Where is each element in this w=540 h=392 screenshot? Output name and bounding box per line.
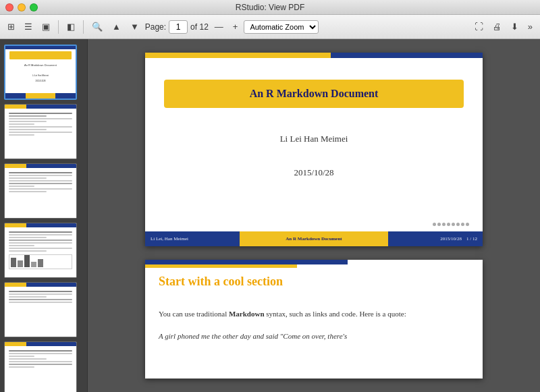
line4 [9,240,72,241]
page-of-label: of 12 [190,22,209,32]
pdf-content-area: An R Markdown Document Li Lei Han Meimei… [88,39,540,392]
page2-blue-accent [145,260,348,264]
thumb3-lines [9,172,72,194]
body-text-1: You can use traditional [159,310,229,318]
line6 [9,245,34,246]
page-navigation: Page: of 12 [145,20,209,34]
footer-center: An R Markdown Document [240,231,388,246]
thumb6-yellow [5,342,26,346]
search-icon: 🔍 [92,22,103,32]
thumbnail-3[interactable] [4,163,77,219]
thumb2-yellow [5,105,26,109]
page1-nav-dots [433,223,469,226]
line4 [9,299,72,300]
up-arrow-icon: ▲ [112,22,121,32]
more-button[interactable]: » [524,20,536,34]
plus-icon: + [233,22,238,32]
separator-1 [58,20,59,34]
fullscreen-button[interactable]: ⛶ [471,20,487,34]
line5 [9,183,72,184]
page2-body: You can use traditional Markdown syntax,… [159,308,469,342]
footer-center-text: An R Markdown Document [286,236,342,242]
thumb-date: 2015/10/28 [9,80,72,82]
dot2 [437,223,441,226]
thumb-blue-top [5,46,76,49]
thumbnail-4[interactable] [4,223,77,278]
sidebar-panel-button[interactable]: ◧ [63,20,78,34]
bar2 [18,260,23,267]
footer-seg3 [55,93,76,99]
thumbnail-6[interactable] [4,341,77,392]
pdf-page-1: An R Markdown Document Li Lei Han Meimei… [145,53,483,246]
line3 [9,237,47,238]
title-bar: RStudio: View PDF [0,0,540,15]
close-button[interactable] [5,3,14,11]
sidebar-toggle-button[interactable]: ▣ [38,20,53,34]
bar5 [38,259,43,267]
line9 [9,134,34,136]
thumb3-yellow [5,164,26,168]
minimize-button[interactable] [18,3,26,11]
print-icon: 🖨 [493,22,502,32]
thumbnail-5[interactable] [4,282,77,337]
thumb5-yellow [5,283,26,287]
bar4 [31,262,36,267]
thumb4-lines [9,231,72,253]
thumbnail-1[interactable]: An R Markdown Document Li Lei Han Meimei… [4,45,77,100]
next-page-button[interactable]: ▼ [127,20,142,34]
grid-view-button[interactable]: ⊞ [4,20,18,34]
line8 [9,132,72,133]
zoom-out-button[interactable]: — [211,20,227,34]
window-title: RStudio: View PDF [236,3,305,12]
page2-yellow-accent [145,264,297,268]
page1-authors: Li Lei Han Meimei [145,134,483,144]
dot4 [447,223,450,226]
list-view-button[interactable]: ☰ [21,20,36,34]
down-arrow-icon: ▼ [130,22,139,32]
grid-icon: ⊞ [7,22,15,32]
line5 [9,361,72,362]
download-icon: ⬇ [511,22,518,32]
page-input[interactable] [169,20,188,34]
footer-right: 2015/10/28 1 / 12 [388,231,483,246]
separator-2 [83,20,84,34]
line2 [9,175,72,176]
line7 [9,366,34,368]
page1-date: 2015/10/28 [145,167,483,178]
download-button[interactable]: ⬇ [508,20,522,34]
thumbnail-2[interactable] [4,104,77,159]
footer-right-text: 2015/10/28 1 / 12 [440,236,477,242]
search-button[interactable]: 🔍 [88,20,106,34]
list-icon: ☰ [24,22,32,32]
line1 [9,291,72,292]
thumb5-lines [9,291,72,304]
thumb-text: An R Markdown Document [9,63,72,67]
line2 [9,115,47,117]
thumb-authors: Li Lei Han Meimei [9,74,72,77]
line1 [9,231,72,233]
page2-italic: A girl phoned me the other day and said … [159,331,469,342]
line4 [9,180,72,181]
line4 [9,121,47,122]
line2 [9,293,72,295]
line5 [9,242,72,244]
prev-page-button[interactable]: ▲ [109,20,124,34]
line5 [9,123,34,125]
line1 [9,350,72,352]
maximize-button[interactable] [30,3,38,11]
footer-seg2 [26,93,56,99]
window-controls [5,3,38,11]
thumbnail-sidebar: An R Markdown Document Li Lei Han Meimei… [0,39,88,392]
chevron-right-icon: » [528,22,533,32]
thumb6-lines [9,350,72,369]
toolbar: ⊞ ☰ ▣ ◧ 🔍 ▲ ▼ Page: of 12 — + Automatic … [0,15,540,39]
print-button[interactable]: 🖨 [489,20,505,34]
fullscreen-icon: ⛶ [475,22,483,32]
zoom-in-button[interactable]: + [230,20,242,34]
pdf-page-2: Start with a cool section You can use tr… [145,260,483,379]
line7 [9,129,47,130]
line1 [9,113,72,114]
line2 [9,234,72,235]
line7 [9,248,72,249]
zoom-select[interactable]: Automatic Zoom 50% 75% 100% 125% 150% [244,20,319,34]
